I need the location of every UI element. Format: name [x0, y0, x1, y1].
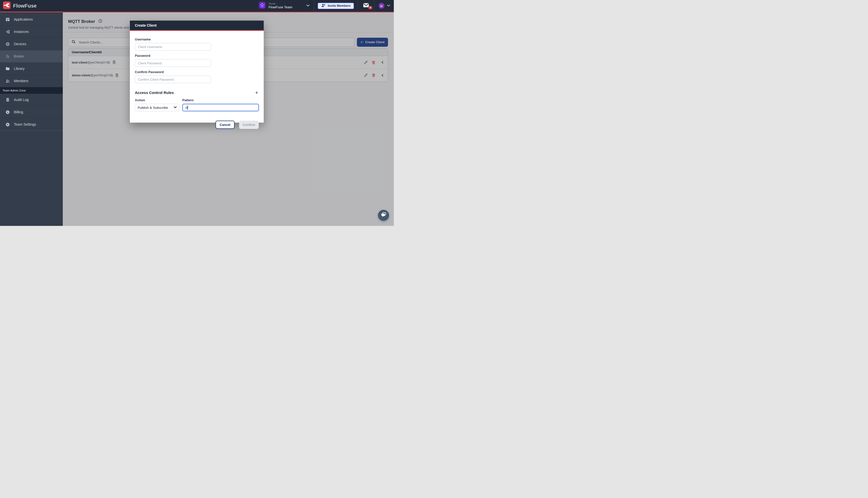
chat-bubbles-icon — [380, 212, 387, 219]
sidebar-item-label: Billing — [14, 110, 23, 114]
action-label: Action — [135, 98, 179, 102]
sidebar-item-label: Team Settings — [14, 122, 36, 127]
text-cursor — [187, 106, 188, 109]
pattern-label: Pattern — [182, 98, 259, 102]
client-password-input[interactable] — [135, 59, 211, 67]
chevron-down-icon — [387, 3, 390, 8]
billing-icon: $ — [5, 110, 10, 115]
sidebar-item-label: Library — [14, 67, 25, 70]
sidebar: Applications Instances Devi — [0, 12, 63, 226]
confirm-password-label: Confirm Password — [135, 70, 259, 74]
confirm-button[interactable]: Confirm — [239, 121, 259, 129]
acl-heading: Access Control Rules — [135, 90, 174, 95]
invite-members-button[interactable]: Invite Members — [318, 2, 354, 9]
sidebar-item-broker[interactable]: Broker — [0, 50, 63, 63]
sidebar-item-label: Applications — [14, 17, 33, 21]
sidebar-item-library[interactable]: Library — [0, 63, 63, 75]
team-name: FlowFuse Team — [268, 5, 292, 9]
pattern-column: Pattern # — [182, 98, 259, 111]
client-username-input[interactable] — [135, 43, 211, 51]
sidebar-item-label: Broker — [14, 54, 24, 58]
modal-body: Username Password Confirm Password Acces… — [130, 31, 264, 129]
team-admin-zone-band: Team Admin Zone — [0, 87, 63, 94]
devices-icon — [5, 42, 10, 47]
svg-text:$: $ — [7, 110, 9, 113]
sidebar-item-audit-log[interactable]: Audit Log — [0, 94, 63, 106]
sidebar-item-label: Devices — [14, 42, 26, 46]
broker-icon — [5, 54, 10, 59]
flowfuse-logo[interactable]: FlowFuse — [0, 1, 37, 10]
chevron-down-icon — [306, 3, 310, 8]
modal-actions: Cancel Confirm — [135, 121, 259, 129]
acl-header: Access Control Rules + — [135, 90, 259, 95]
modal-title: Create Client — [130, 21, 264, 30]
password-label: Password — [135, 54, 259, 57]
members-icon — [5, 79, 10, 83]
action-column: Action Publish & Subscribe — [135, 98, 179, 111]
sidebar-item-members[interactable]: Members — [0, 75, 63, 87]
library-folder-icon — [5, 66, 10, 71]
invite-members-label: Invite Members — [328, 4, 351, 8]
app-window: FlowFuse — [0, 0, 394, 226]
pattern-input[interactable]: # — [182, 104, 259, 111]
team-selector[interactable]: TEAM: FlowFuse Team — [255, 0, 314, 12]
confirm-client-password-input[interactable] — [135, 76, 211, 83]
acl-rule-row: Action Publish & Subscribe Pattern # — [135, 98, 259, 111]
person-plus-icon — [321, 3, 326, 9]
create-client-modal: Create Client Username Password Confirm … — [130, 21, 264, 122]
user-menu[interactable]: jp — [374, 0, 394, 12]
cancel-button[interactable]: Cancel — [215, 121, 235, 129]
top-navbar: FlowFuse — [0, 0, 394, 12]
user-avatar: jp — [378, 3, 385, 9]
instances-icon — [5, 29, 10, 34]
sidebar-item-team-settings[interactable]: Team Settings — [0, 118, 63, 131]
gear-icon — [5, 122, 10, 127]
notification-count-badge: 9 — [369, 6, 372, 9]
sidebar-item-billing[interactable]: $ Billing — [0, 106, 63, 118]
brand-name: FlowFuse — [13, 3, 37, 9]
team-selector-info: TEAM: FlowFuse Team — [259, 2, 292, 10]
username-field-group: Username — [135, 37, 259, 51]
team-avatar-icon — [259, 2, 266, 10]
flowfuse-logo-icon — [3, 1, 11, 10]
sidebar-item-label: Members — [14, 79, 28, 83]
sidebar-item-label: Audit Log — [14, 98, 29, 102]
action-select-value: Publish & Subscribe — [138, 106, 168, 109]
database-icon — [5, 97, 10, 102]
notifications-button[interactable]: 9 — [358, 0, 374, 12]
navbar-right: TEAM: FlowFuse Team Invite Me — [255, 0, 394, 12]
sidebar-item-label: Instances — [14, 30, 29, 34]
username-label: Username — [135, 37, 259, 41]
add-rule-plus-icon[interactable]: + — [255, 90, 258, 95]
sidebar-item-applications[interactable]: Applications — [0, 13, 63, 26]
applications-icon — [5, 17, 10, 22]
action-select[interactable]: Publish & Subscribe — [135, 104, 179, 111]
team-label: TEAM: — [268, 2, 292, 5]
chevron-down-icon — [174, 105, 177, 110]
team-text: TEAM: FlowFuse Team — [268, 2, 292, 9]
sidebar-item-instances[interactable]: Instances — [0, 26, 63, 38]
password-field-group: Password — [135, 54, 259, 67]
pattern-value: # — [185, 106, 187, 109]
confirm-password-field-group: Confirm Password — [135, 70, 259, 83]
sidebar-item-devices[interactable]: Devices — [0, 38, 63, 50]
chat-launcher-button[interactable] — [378, 210, 389, 221]
